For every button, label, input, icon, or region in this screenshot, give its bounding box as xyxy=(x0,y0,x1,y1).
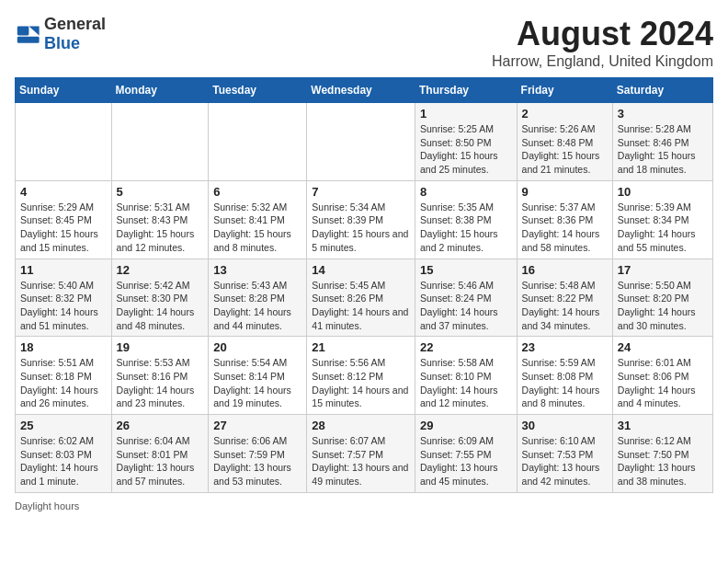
calendar-cell: 4Sunrise: 5:29 AMSunset: 8:45 PMDaylight… xyxy=(16,180,112,259)
calendar-header-row: SundayMondayTuesdayWednesdayThursdayFrid… xyxy=(16,78,713,103)
day-info: Sunrise: 6:02 AMSunset: 8:03 PMDaylight:… xyxy=(20,434,107,488)
calendar-cell: 15Sunrise: 5:46 AMSunset: 8:24 PMDayligh… xyxy=(415,259,517,337)
day-number: 26 xyxy=(117,419,204,432)
calendar-cell: 26Sunrise: 6:04 AMSunset: 8:01 PMDayligh… xyxy=(111,415,209,493)
calendar-cell: 28Sunrise: 6:07 AMSunset: 7:57 PMDayligh… xyxy=(307,415,415,493)
calendar-cell: 11Sunrise: 5:40 AMSunset: 8:32 PMDayligh… xyxy=(16,259,112,337)
calendar-cell: 23Sunrise: 5:59 AMSunset: 8:08 PMDayligh… xyxy=(517,337,612,415)
logo-general: General xyxy=(44,15,106,33)
title-area: August 2024 Harrow, England, United King… xyxy=(492,15,713,70)
day-info: Sunrise: 5:59 AMSunset: 8:08 PMDaylight:… xyxy=(522,356,608,410)
calendar-day-header: Friday xyxy=(517,78,612,103)
calendar-cell xyxy=(111,103,209,181)
calendar-cell: 20Sunrise: 5:54 AMSunset: 8:14 PMDayligh… xyxy=(209,337,307,415)
day-number: 6 xyxy=(213,185,301,199)
day-info: Sunrise: 5:28 AMSunset: 8:46 PMDaylight:… xyxy=(618,122,708,177)
day-info: Sunrise: 6:07 AMSunset: 7:57 PMDaylight:… xyxy=(312,434,410,488)
day-number: 23 xyxy=(522,340,608,354)
header: General Blue August 2024 Harrow, England… xyxy=(15,15,713,70)
calendar-day-header: Monday xyxy=(111,78,209,103)
calendar-cell: 7Sunrise: 5:34 AMSunset: 8:39 PMDaylight… xyxy=(307,180,415,259)
day-number: 27 xyxy=(213,419,301,432)
day-number: 21 xyxy=(312,340,410,354)
day-number: 1 xyxy=(420,107,512,121)
calendar-cell xyxy=(209,103,307,181)
day-number: 19 xyxy=(117,340,204,354)
day-info: Sunrise: 5:37 AMSunset: 8:36 PMDaylight:… xyxy=(522,201,608,255)
calendar-cell: 19Sunrise: 5:53 AMSunset: 8:16 PMDayligh… xyxy=(111,337,209,415)
day-number: 4 xyxy=(20,185,107,199)
calendar-day-header: Wednesday xyxy=(307,78,415,103)
calendar-cell: 18Sunrise: 5:51 AMSunset: 8:18 PMDayligh… xyxy=(16,337,112,415)
calendar-cell: 21Sunrise: 5:56 AMSunset: 8:12 PMDayligh… xyxy=(307,337,415,415)
calendar-day-header: Tuesday xyxy=(209,78,307,103)
calendar-cell: 17Sunrise: 5:50 AMSunset: 8:20 PMDayligh… xyxy=(612,259,712,337)
day-info: Sunrise: 6:01 AMSunset: 8:06 PMDaylight:… xyxy=(618,356,708,410)
calendar-cell: 27Sunrise: 6:06 AMSunset: 7:59 PMDayligh… xyxy=(209,415,307,493)
day-number: 11 xyxy=(20,263,107,277)
day-info: Sunrise: 5:45 AMSunset: 8:26 PMDaylight:… xyxy=(312,279,410,333)
day-info: Sunrise: 5:26 AMSunset: 8:48 PMDaylight:… xyxy=(522,122,608,177)
day-info: Sunrise: 5:25 AMSunset: 8:50 PMDaylight:… xyxy=(420,122,512,177)
calendar-cell: 10Sunrise: 5:39 AMSunset: 8:34 PMDayligh… xyxy=(612,180,712,259)
calendar-week-row: 18Sunrise: 5:51 AMSunset: 8:18 PMDayligh… xyxy=(16,337,713,415)
day-info: Sunrise: 5:53 AMSunset: 8:16 PMDaylight:… xyxy=(117,356,204,410)
day-info: Sunrise: 5:35 AMSunset: 8:38 PMDaylight:… xyxy=(420,201,512,255)
day-info: Sunrise: 5:46 AMSunset: 8:24 PMDaylight:… xyxy=(420,279,512,333)
calendar-cell xyxy=(16,103,112,181)
calendar-cell xyxy=(307,103,415,181)
page-subtitle: Harrow, England, United Kingdom xyxy=(492,53,713,70)
day-number: 31 xyxy=(618,419,708,432)
logo-text: General Blue xyxy=(44,15,106,53)
day-number: 9 xyxy=(522,185,608,199)
day-number: 18 xyxy=(20,340,107,354)
day-info: Sunrise: 5:56 AMSunset: 8:12 PMDaylight:… xyxy=(312,356,410,410)
calendar-day-header: Thursday xyxy=(415,78,517,103)
calendar-cell: 30Sunrise: 6:10 AMSunset: 7:53 PMDayligh… xyxy=(517,415,612,493)
day-number: 3 xyxy=(618,107,708,121)
day-number: 5 xyxy=(117,185,204,199)
calendar-cell: 3Sunrise: 5:28 AMSunset: 8:46 PMDaylight… xyxy=(612,103,712,181)
day-info: Sunrise: 6:09 AMSunset: 7:55 PMDaylight:… xyxy=(420,434,512,488)
day-info: Sunrise: 5:43 AMSunset: 8:28 PMDaylight:… xyxy=(213,279,301,333)
calendar-cell: 8Sunrise: 5:35 AMSunset: 8:38 PMDaylight… xyxy=(415,180,517,259)
day-number: 25 xyxy=(20,419,107,432)
logo-blue: Blue xyxy=(44,34,80,52)
day-info: Sunrise: 5:50 AMSunset: 8:20 PMDaylight:… xyxy=(618,279,708,333)
calendar-table: SundayMondayTuesdayWednesdayThursdayFrid… xyxy=(15,77,713,493)
footer-note: Daylight hours xyxy=(15,500,713,511)
day-info: Sunrise: 5:42 AMSunset: 8:30 PMDaylight:… xyxy=(117,279,204,333)
logo: General Blue xyxy=(15,15,106,53)
calendar-cell: 29Sunrise: 6:09 AMSunset: 7:55 PMDayligh… xyxy=(415,415,517,493)
page-title: August 2024 xyxy=(492,15,713,53)
calendar-cell: 9Sunrise: 5:37 AMSunset: 8:36 PMDaylight… xyxy=(517,180,612,259)
calendar-cell: 22Sunrise: 5:58 AMSunset: 8:10 PMDayligh… xyxy=(415,337,517,415)
day-number: 30 xyxy=(522,419,608,432)
day-number: 17 xyxy=(618,263,708,277)
day-number: 22 xyxy=(420,340,512,354)
calendar-cell: 6Sunrise: 5:32 AMSunset: 8:41 PMDaylight… xyxy=(209,180,307,259)
day-number: 15 xyxy=(420,263,512,277)
day-number: 29 xyxy=(420,419,512,432)
day-number: 24 xyxy=(618,340,708,354)
day-info: Sunrise: 6:04 AMSunset: 8:01 PMDaylight:… xyxy=(117,434,204,488)
day-info: Sunrise: 6:06 AMSunset: 7:59 PMDaylight:… xyxy=(213,434,301,488)
day-info: Sunrise: 5:31 AMSunset: 8:43 PMDaylight:… xyxy=(117,201,204,255)
day-number: 7 xyxy=(312,185,410,199)
day-number: 13 xyxy=(213,263,301,277)
calendar-cell: 2Sunrise: 5:26 AMSunset: 8:48 PMDaylight… xyxy=(517,103,612,181)
day-info: Sunrise: 5:54 AMSunset: 8:14 PMDaylight:… xyxy=(213,356,301,410)
calendar-cell: 5Sunrise: 5:31 AMSunset: 8:43 PMDaylight… xyxy=(111,180,209,259)
day-info: Sunrise: 5:32 AMSunset: 8:41 PMDaylight:… xyxy=(213,201,301,255)
calendar-cell: 25Sunrise: 6:02 AMSunset: 8:03 PMDayligh… xyxy=(16,415,112,493)
svg-rect-3 xyxy=(17,37,40,43)
day-number: 14 xyxy=(312,263,410,277)
calendar-cell: 13Sunrise: 5:43 AMSunset: 8:28 PMDayligh… xyxy=(209,259,307,337)
day-number: 28 xyxy=(312,419,410,432)
logo-icon xyxy=(15,21,40,47)
day-info: Sunrise: 5:51 AMSunset: 8:18 PMDaylight:… xyxy=(20,356,107,410)
calendar-day-header: Saturday xyxy=(612,78,712,103)
calendar-cell: 24Sunrise: 6:01 AMSunset: 8:06 PMDayligh… xyxy=(612,337,712,415)
day-info: Sunrise: 6:10 AMSunset: 7:53 PMDaylight:… xyxy=(522,434,608,488)
day-info: Sunrise: 6:12 AMSunset: 7:50 PMDaylight:… xyxy=(618,434,708,488)
